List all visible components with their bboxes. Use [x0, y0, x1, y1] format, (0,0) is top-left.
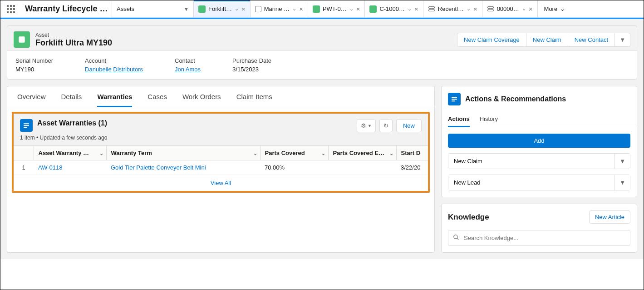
col-header-term[interactable]: Warranty Term⌄ [106, 146, 260, 160]
svg-rect-0 [19, 36, 25, 42]
related-list-title[interactable]: Asset Warranties (1) [37, 119, 107, 127]
field-label-contact: Contact [175, 57, 201, 64]
nav-tab-label: Assets [117, 5, 134, 12]
col-header-parts-covered[interactable]: Parts Covered⌄ [260, 146, 328, 160]
cell-parts-covered: 70.00% [260, 160, 328, 175]
workspace-tab-00000[interactable]: 00000… ⌄ × [482, 0, 538, 17]
list-view-icon [487, 5, 494, 13]
chevron-down-icon: ⌄ [253, 150, 257, 156]
field-label-serial: Serial Number [15, 57, 53, 64]
chevron-down-icon[interactable]: ⌄ [292, 6, 296, 12]
chevron-down-icon[interactable]: ⌄ [467, 6, 471, 12]
col-header-awn[interactable]: Asset Warranty …⌄ [34, 146, 106, 160]
col-header-parts-covered-end[interactable]: Parts Covered E…⌄ [328, 146, 396, 160]
related-list-settings[interactable]: ⚙▼ [357, 119, 376, 132]
record-highlights: Asset Forklift Ultra MY190 New Claim Cov… [7, 25, 637, 80]
tab-work-orders[interactable]: Work Orders [182, 93, 221, 107]
chevron-down-icon[interactable]: ▼ [184, 6, 189, 12]
knowledge-search[interactable] [448, 230, 630, 246]
combo-new-claim-caret[interactable]: ▼ [615, 154, 630, 169]
actions-panel-title: Actions & Recommendations [465, 95, 566, 103]
workspace-tab-marine[interactable]: Marine … ⌄ × [251, 0, 308, 17]
tab-details[interactable]: Details [61, 93, 82, 107]
col-header-rownum [14, 146, 34, 160]
combo-new-claim-trigger[interactable]: New Claim [448, 154, 615, 169]
field-label-account: Account [85, 57, 143, 64]
app-launcher[interactable] [0, 0, 21, 17]
cell-start-date: 3/22/20 [396, 160, 428, 175]
close-icon[interactable]: × [299, 5, 303, 12]
tab-claim-items[interactable]: Claim Items [236, 93, 272, 107]
cell-awn[interactable]: AW-0118 [34, 160, 106, 175]
nav-more-tabs[interactable]: More ⌄ [538, 0, 572, 17]
field-label-purchase-date: Purchase Date [232, 57, 271, 64]
field-value-account[interactable]: Danubelle Distributors [85, 66, 143, 73]
tab-cases[interactable]: Cases [147, 93, 167, 107]
detail-tabset: Overview Details Warranties Cases Work O… [7, 86, 434, 107]
field-value-purchase-date: 3/15/2023 [232, 66, 271, 73]
view-all-link[interactable]: View All [14, 175, 428, 191]
cell-parts-covered-end [328, 160, 396, 175]
new-article-button[interactable]: New Article [589, 210, 630, 224]
asset-record-icon [313, 5, 320, 13]
asset-warranties-related-list: Asset Warranties (1) 1 item • Updated a … [12, 112, 430, 193]
col-header-start-date[interactable]: Start D [396, 146, 428, 160]
svg-rect-3 [24, 127, 27, 128]
related-list-meta: 1 item • Updated a few seconds ago [20, 135, 107, 141]
close-icon[interactable]: × [529, 5, 533, 12]
knowledge-panel: Knowledge New Article [441, 204, 637, 253]
workspace-tab-pwt[interactable]: PWT-0… ⌄ × [308, 0, 365, 17]
combo-new-lead-caret[interactable]: ▼ [615, 175, 630, 190]
asset-warranty-icon [20, 119, 33, 132]
field-value-contact[interactable]: Jon Amos [175, 66, 201, 73]
side-tab-history[interactable]: History [480, 112, 498, 127]
more-label: More [544, 5, 558, 12]
target-outline-icon [255, 6, 261, 12]
knowledge-search-input[interactable] [464, 235, 625, 241]
svg-rect-1 [24, 123, 29, 124]
new-claim-button[interactable]: New Claim [526, 33, 568, 47]
tab-label: Recentl… [438, 5, 464, 12]
chevron-down-icon[interactable]: ⌄ [408, 6, 412, 12]
global-nav: Warranty Lifecycle … Assets ▼ Forklift… … [0, 0, 644, 18]
tab-label: C-1000… [379, 5, 405, 12]
app-name: Warranty Lifecycle … [21, 0, 112, 17]
tab-overview[interactable]: Overview [17, 93, 46, 107]
side-tab-actions[interactable]: Actions [448, 112, 470, 127]
add-action-button[interactable]: Add [448, 134, 630, 148]
refresh-icon: ↻ [383, 122, 388, 129]
new-contact-button[interactable]: New Contact [568, 33, 615, 47]
chevron-down-icon: ⌄ [389, 150, 393, 156]
tab-label: Marine … [264, 5, 290, 12]
workspace-tab-recent[interactable]: Recentl… ⌄ × [423, 0, 482, 17]
nav-object-tab-assets[interactable]: Assets ▼ [112, 0, 194, 17]
svg-rect-4 [452, 97, 457, 98]
related-list-refresh[interactable]: ↻ [379, 119, 393, 132]
svg-rect-2 [24, 125, 29, 126]
workspace-tab-c1000[interactable]: C-1000… ⌄ × [365, 0, 423, 17]
cell-term[interactable]: Gold Tier Palette Conveyer Belt Mini [106, 160, 260, 175]
svg-rect-6 [452, 100, 455, 101]
workspace-tab-forklift[interactable]: Forklift… ⌄ × [194, 0, 251, 17]
close-icon[interactable]: × [414, 5, 418, 12]
tab-warranties[interactable]: Warranties [97, 93, 132, 107]
chevron-down-icon[interactable]: ⌄ [349, 6, 354, 12]
related-list-new-button[interactable]: New [396, 119, 422, 132]
actions-recommendations-panel: Actions & Recommendations Actions Histor… [441, 86, 637, 197]
asset-record-icon [369, 5, 377, 13]
asset-warranties-table: Asset Warranty …⌄ Warranty Term⌄ Parts C… [14, 145, 428, 175]
close-icon[interactable]: × [241, 5, 246, 12]
gear-icon: ⚙ [361, 122, 366, 129]
combo-new-lead-trigger[interactable]: New Lead [448, 175, 615, 190]
record-actions-overflow[interactable]: ▼ [615, 33, 630, 47]
svg-point-7 [454, 235, 457, 239]
close-icon[interactable]: × [473, 5, 477, 12]
tab-label: PWT-0… [323, 5, 347, 12]
chevron-down-icon[interactable]: ⌄ [522, 6, 526, 12]
svg-rect-5 [452, 99, 457, 100]
chevron-down-icon[interactable]: ⌄ [235, 6, 239, 12]
close-icon[interactable]: × [356, 5, 360, 12]
tab-label: Forklift… [208, 5, 232, 12]
new-claim-coverage-button[interactable]: New Claim Coverage [457, 33, 526, 47]
list-view-icon [428, 5, 435, 13]
